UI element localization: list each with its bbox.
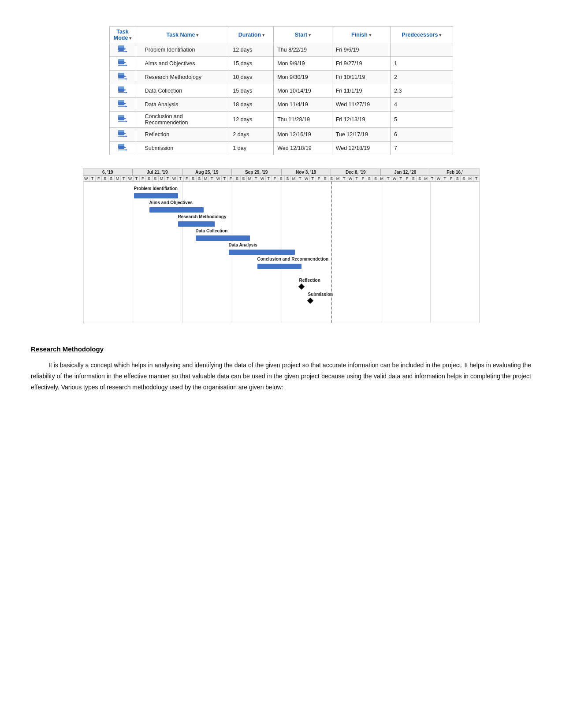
- gantt-task-label: Data Analysis: [229, 243, 257, 247]
- task-duration-cell: 1 day: [229, 142, 274, 155]
- task-start-cell: Thu 8/22/19: [274, 43, 332, 57]
- task-name-cell: Research Methodology: [136, 71, 229, 84]
- table-section: TaskMode Task Name Duration Start Finish…: [26, 26, 536, 155]
- gantt-day-header: S: [372, 176, 379, 181]
- svg-rect-16: [118, 86, 124, 89]
- gantt-container: 6, '19Jul 21, '19Aug 25, '19Sep 29, '19N…: [83, 168, 480, 323]
- task-mode-cell: [109, 98, 136, 112]
- gantt-period-header: Nov 3, '19: [282, 169, 331, 175]
- gantt-task-row: Data Collection: [83, 228, 479, 242]
- gantt-day-header: F: [316, 176, 322, 181]
- gantt-day-header: T: [165, 176, 171, 181]
- gantt-day-header: S: [108, 176, 115, 181]
- task-mode-cell: [109, 112, 136, 128]
- gantt-task-row: Data Analysis: [83, 243, 479, 256]
- gantt-day-header: T: [354, 176, 360, 181]
- gantt-header-row: 6, '19Jul 21, '19Aug 25, '19Sep 29, '19N…: [83, 169, 479, 176]
- task-start-cell: Mon 10/14/19: [274, 84, 332, 98]
- col-header-predecessors[interactable]: Predecessors: [391, 27, 453, 43]
- gantt-day-header: M: [291, 176, 297, 181]
- gantt-period-header: Dec 8, '19: [331, 169, 381, 175]
- task-name-cell: Submission: [136, 142, 229, 155]
- gantt-day-header: F: [272, 176, 278, 181]
- task-mode-icon: [118, 100, 127, 108]
- col-header-task-mode[interactable]: TaskMode: [109, 27, 136, 43]
- task-duration-cell: 18 days: [229, 98, 274, 112]
- gantt-day-header: S: [197, 176, 203, 181]
- task-mode-cell: [109, 43, 136, 57]
- svg-rect-36: [118, 144, 124, 146]
- col-header-duration[interactable]: Duration: [229, 27, 274, 43]
- gantt-day-header: T: [385, 176, 391, 181]
- task-duration-cell: 15 days: [229, 84, 274, 98]
- svg-marker-29: [126, 120, 127, 122]
- task-pred-cell: 2,3: [391, 84, 453, 98]
- svg-marker-12: [124, 75, 127, 77]
- gantt-day-header: M: [159, 176, 165, 181]
- task-start-cell: Wed 12/18/19: [274, 142, 332, 155]
- gantt-day-header: T: [134, 176, 140, 181]
- task-finish-cell: Fri 11/1/19: [332, 84, 390, 98]
- gantt-day-header: S: [153, 176, 159, 181]
- gantt-day-header: S: [410, 176, 417, 181]
- task-pred-cell: 6: [391, 128, 453, 142]
- section-paragraph: It is basically a concept which helps in…: [31, 360, 531, 393]
- gantt-day-header: W: [171, 176, 177, 181]
- gantt-day-header: S: [328, 176, 335, 181]
- gantt-day-header: T: [209, 176, 215, 181]
- gantt-day-header: T: [429, 176, 435, 181]
- gantt-day-header: W: [83, 176, 89, 181]
- task-duration-cell: 2 days: [229, 128, 274, 142]
- gantt-task-label: Submission: [308, 292, 333, 297]
- gantt-day-header: F: [228, 176, 234, 181]
- gantt-day-header: M: [379, 176, 385, 181]
- gantt-task-row: Reflection: [83, 278, 479, 291]
- gantt-day-header: F: [404, 176, 410, 181]
- gantt-task-label: Conclusion and Recommendetion: [257, 257, 329, 261]
- task-name-cell: Reflection: [136, 128, 229, 142]
- gantt-day-header: M: [423, 176, 429, 181]
- gantt-day-header: T: [442, 176, 448, 181]
- task-pred-cell: 7: [391, 142, 453, 155]
- gantt-day-header: F: [96, 176, 102, 181]
- gantt-day-header: S: [454, 176, 461, 181]
- gantt-day-header: S: [285, 176, 291, 181]
- task-start-cell: Mon 12/16/19: [274, 128, 332, 142]
- gantt-subheader-row: WTFSSMTWTFSSMTWTFSSMTWTFSSMTWTFSSMTWTFSS…: [83, 176, 479, 182]
- gantt-period-header: Feb 16,': [430, 169, 480, 175]
- gantt-task-label: Research Methodology: [178, 214, 227, 219]
- col-header-start[interactable]: Start: [274, 27, 332, 43]
- gantt-day-header: W: [259, 176, 265, 181]
- gantt-day-header: F: [184, 176, 190, 181]
- svg-marker-2: [124, 48, 127, 50]
- task-start-cell: Mon 9/9/19: [274, 57, 332, 71]
- task-mode-icon: [118, 86, 127, 94]
- task-start-cell: Mon 11/4/19: [274, 98, 332, 112]
- gantt-day-header: W: [391, 176, 398, 181]
- gantt-day-header: M: [467, 176, 473, 181]
- gantt-day-header: W: [303, 176, 309, 181]
- svg-marker-19: [126, 92, 127, 93]
- task-pred-cell: 4: [391, 98, 453, 112]
- col-header-task-name[interactable]: Task Name: [136, 27, 229, 43]
- task-finish-cell: Fri 9/27/19: [332, 57, 390, 71]
- task-duration-cell: 15 days: [229, 57, 274, 71]
- gantt-section: 6, '19Jul 21, '19Aug 25, '19Sep 29, '19N…: [83, 168, 480, 323]
- col-header-finish[interactable]: Finish: [332, 27, 390, 43]
- svg-marker-17: [124, 89, 127, 91]
- task-mode-icon: [118, 143, 127, 151]
- gantt-day-header: F: [448, 176, 454, 181]
- task-pred-cell: 1: [391, 57, 453, 71]
- gantt-day-header: S: [278, 176, 284, 181]
- svg-marker-7: [124, 62, 127, 63]
- task-duration-cell: 10 days: [229, 71, 274, 84]
- svg-marker-22: [124, 103, 127, 105]
- gantt-task-bar: [178, 221, 215, 227]
- gantt-task-bar: [196, 235, 250, 241]
- svg-rect-31: [118, 130, 124, 132]
- task-duration-cell: 12 days: [229, 43, 274, 57]
- task-duration-cell: 12 days: [229, 112, 274, 128]
- task-mode-icon: [118, 130, 127, 138]
- gantt-task-row: Problem Identifiation: [83, 186, 479, 199]
- gantt-period-header: 6, '19: [83, 169, 133, 175]
